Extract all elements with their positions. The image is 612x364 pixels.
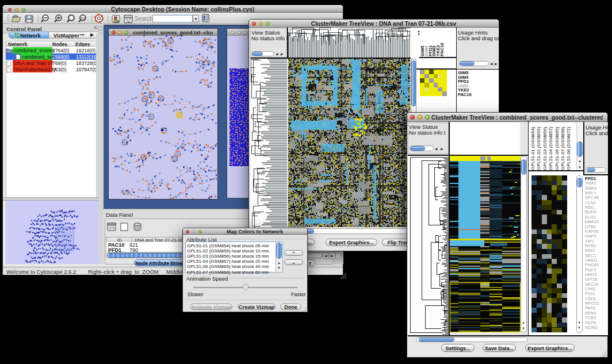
svg-text:1:1: 1:1 [81,17,85,20]
